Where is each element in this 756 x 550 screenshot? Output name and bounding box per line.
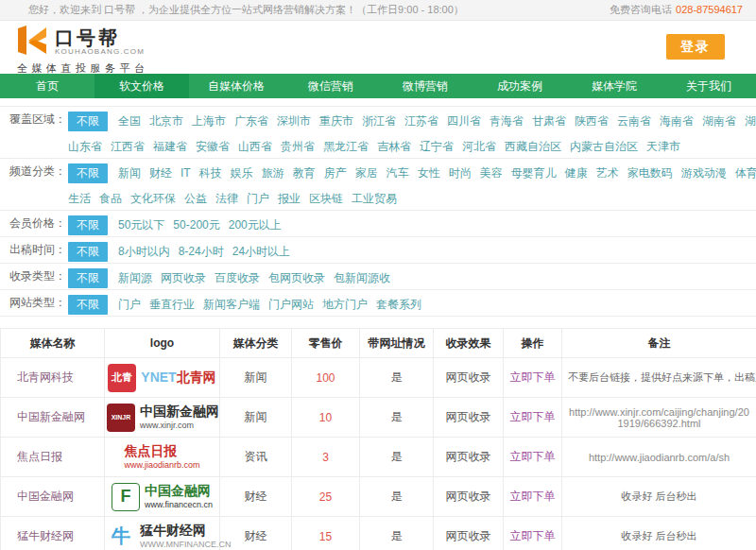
filter-option[interactable]: 科技 bbox=[199, 161, 222, 184]
media-name-link[interactable]: 中国新金融网 bbox=[1, 398, 105, 438]
filter-option[interactable]: 四川省 bbox=[447, 109, 481, 132]
order-now-link[interactable]: 立即下单 bbox=[504, 358, 562, 398]
filter-option[interactable]: 天津市 bbox=[646, 134, 680, 158]
filter-option[interactable]: 网页收录 bbox=[161, 266, 206, 289]
nav-item[interactable]: 自媒体价格 bbox=[189, 74, 284, 98]
filter-option[interactable]: 公益 bbox=[184, 186, 207, 210]
filter-option[interactable]: 垂直行业 bbox=[149, 292, 195, 316]
filter-option[interactable]: 包网页收录 bbox=[268, 266, 325, 289]
filter-option[interactable]: 福建省 bbox=[153, 134, 187, 158]
filter-option[interactable]: IT bbox=[180, 161, 191, 184]
nav-item[interactable]: 软文价格 bbox=[94, 74, 189, 98]
order-now-link[interactable]: 立即下单 bbox=[504, 477, 562, 517]
filter-option[interactable]: 地方门户 bbox=[322, 292, 368, 316]
nav-item[interactable]: 首页 bbox=[0, 74, 94, 98]
filter-option[interactable]: 娱乐 bbox=[231, 161, 253, 184]
media-name-link[interactable]: 焦点日报 bbox=[1, 438, 105, 477]
filter-option[interactable]: 山西省 bbox=[238, 134, 272, 158]
filter-option[interactable]: 西藏自治区 bbox=[505, 134, 561, 158]
filter-option[interactable]: 深圳市 bbox=[277, 109, 311, 132]
filter-option[interactable]: 食品 bbox=[99, 186, 122, 210]
filter-option[interactable]: 新闻源 bbox=[118, 266, 152, 289]
filter-option-active[interactable]: 不限 bbox=[68, 112, 108, 131]
filter-option[interactable]: 江苏省 bbox=[404, 109, 438, 132]
filter-option-active[interactable]: 不限 bbox=[68, 215, 108, 235]
filter-option[interactable]: 汽车 bbox=[387, 161, 409, 184]
filter-option[interactable]: 健康 bbox=[565, 161, 588, 184]
filter-option[interactable]: 生活 bbox=[68, 186, 91, 210]
media-name-link[interactable]: 中国金融网 bbox=[1, 477, 105, 517]
filter-option[interactable]: 安徽省 bbox=[196, 134, 230, 158]
filter-option[interactable]: 贵州省 bbox=[281, 134, 315, 158]
filter-option[interactable]: 门户网站 bbox=[268, 292, 314, 316]
filter-option[interactable]: 青海省 bbox=[490, 109, 524, 132]
filter-option[interactable]: 套餐系列 bbox=[376, 292, 421, 316]
filter-option[interactable]: 200元以上 bbox=[229, 213, 282, 236]
order-now-link[interactable]: 立即下单 bbox=[504, 517, 562, 550]
filter-option-active[interactable]: 不限 bbox=[68, 268, 108, 288]
filter-option[interactable]: 房产 bbox=[324, 161, 347, 184]
filter-option[interactable]: 湖南省 bbox=[702, 109, 736, 132]
nav-item[interactable]: 微信营销 bbox=[284, 74, 378, 98]
filter-option[interactable]: 新闻客户端 bbox=[203, 292, 260, 316]
filter-option[interactable]: 上海市 bbox=[192, 109, 226, 132]
filter-option[interactable]: 陕西省 bbox=[575, 109, 609, 132]
filter-option[interactable]: 百度收录 bbox=[215, 266, 260, 289]
filter-option[interactable]: 湖北省 bbox=[745, 109, 756, 132]
filter-option[interactable]: 江西省 bbox=[111, 134, 145, 158]
filter-option[interactable]: 文化环保 bbox=[130, 186, 176, 210]
filter-option[interactable]: 海南省 bbox=[660, 109, 694, 132]
filter-option[interactable]: 重庆市 bbox=[319, 109, 353, 132]
order-now-link[interactable]: 立即下单 bbox=[504, 438, 562, 477]
filter-option[interactable]: 50-200元 bbox=[173, 213, 219, 236]
filter-option[interactable]: 广东省 bbox=[234, 109, 268, 132]
filter-option[interactable]: 游戏动漫 bbox=[681, 161, 727, 184]
filter-option[interactable]: 美容 bbox=[480, 161, 503, 184]
filter-option[interactable]: 黑龙江省 bbox=[323, 134, 369, 158]
filter-option[interactable]: 区块链 bbox=[309, 186, 343, 210]
filter-option[interactable]: 门户 bbox=[118, 292, 141, 316]
filter-option[interactable]: 工业贸易 bbox=[352, 186, 397, 210]
filter-option[interactable]: 母婴育儿 bbox=[511, 161, 557, 184]
filter-option[interactable]: 门户 bbox=[247, 186, 269, 210]
filter-option[interactable]: 云南省 bbox=[617, 109, 651, 132]
filter-option[interactable]: 北京市 bbox=[149, 109, 183, 132]
filter-option[interactable]: 8小时以内 bbox=[118, 239, 170, 263]
filter-option[interactable]: 24小时以上 bbox=[232, 239, 290, 263]
filter-option[interactable]: 甘肃省 bbox=[532, 109, 566, 132]
filter-option[interactable]: 体育 bbox=[735, 161, 756, 184]
brand-logo[interactable]: 口号帮 KOUHAOBANG.COM 全媒体直投服务平台 bbox=[17, 26, 756, 76]
filter-option[interactable]: 50元以下 bbox=[118, 213, 164, 236]
nav-item[interactable]: 成功案例 bbox=[472, 74, 567, 98]
login-button[interactable]: 登录 bbox=[666, 34, 725, 60]
filter-option-active[interactable]: 不限 bbox=[68, 163, 108, 183]
filter-option[interactable]: 新闻 bbox=[118, 161, 141, 184]
nav-item[interactable]: 关于我们 bbox=[662, 74, 756, 98]
nav-item[interactable]: 媒体学院 bbox=[567, 74, 662, 98]
media-name-link[interactable]: 猛牛财经网 bbox=[1, 517, 105, 550]
filter-option[interactable]: 辽宁省 bbox=[420, 134, 454, 158]
order-now-link[interactable]: 立即下单 bbox=[504, 398, 562, 438]
filter-option[interactable]: 报业 bbox=[278, 186, 301, 210]
filter-option[interactable]: 全国 bbox=[118, 109, 141, 132]
filter-option[interactable]: 吉林省 bbox=[377, 134, 411, 158]
filter-option[interactable]: 法律 bbox=[215, 186, 238, 210]
filter-option-active[interactable]: 不限 bbox=[68, 242, 108, 262]
filter-option[interactable]: 财经 bbox=[149, 161, 172, 184]
filter-option[interactable]: 时尚 bbox=[449, 161, 472, 184]
filter-option[interactable]: 家电数码 bbox=[627, 161, 673, 184]
filter-option[interactable]: 家居 bbox=[355, 161, 378, 184]
filter-option[interactable]: 教育 bbox=[293, 161, 316, 184]
filter-option[interactable]: 浙江省 bbox=[362, 109, 396, 132]
filter-option[interactable]: 山东省 bbox=[68, 134, 102, 158]
filter-option[interactable]: 女性 bbox=[418, 161, 440, 184]
media-name-link[interactable]: 北青网科技 bbox=[1, 358, 105, 398]
filter-option[interactable]: 艺术 bbox=[596, 161, 619, 184]
filter-option-active[interactable]: 不限 bbox=[68, 295, 108, 315]
filter-option[interactable]: 河北省 bbox=[462, 134, 496, 158]
nav-item[interactable]: 微博营销 bbox=[378, 74, 472, 98]
filter-option[interactable]: 8-24小时 bbox=[179, 239, 224, 263]
filter-option[interactable]: 包新闻源收 bbox=[334, 266, 390, 289]
filter-option[interactable]: 旅游 bbox=[262, 161, 284, 184]
filter-option[interactable]: 内蒙古自治区 bbox=[570, 134, 638, 158]
